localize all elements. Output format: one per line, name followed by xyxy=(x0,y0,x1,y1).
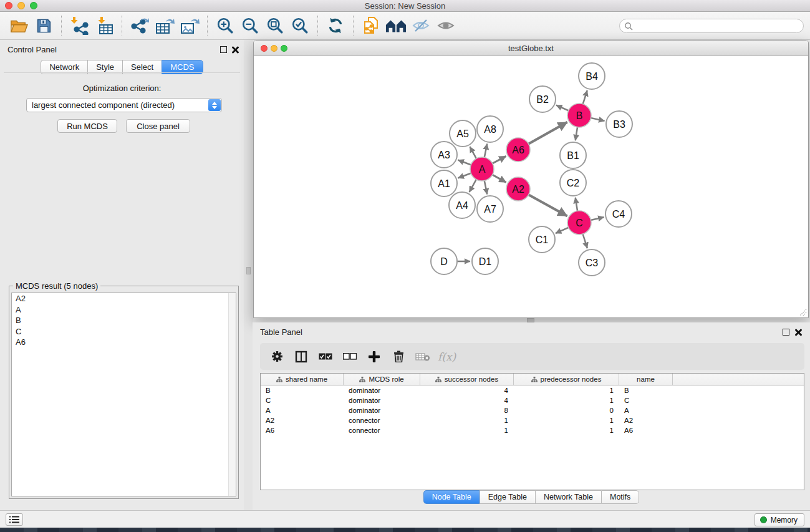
node-label-A8: A8 xyxy=(484,124,496,135)
table-cell[interactable]: 4 xyxy=(420,385,514,395)
table-cell[interactable]: B xyxy=(261,385,344,395)
mcds-result-item[interactable]: A6 xyxy=(12,337,236,348)
delete-table-button[interactable] xyxy=(413,347,432,366)
float-panel-icon[interactable] xyxy=(220,46,227,53)
export-image-button[interactable] xyxy=(179,15,200,36)
close-panel-icon[interactable] xyxy=(231,46,239,54)
mcds-result-item[interactable]: B xyxy=(12,315,236,326)
resize-grip-icon[interactable] xyxy=(799,308,808,317)
node-label-B1: B1 xyxy=(567,150,579,161)
tab-motifs[interactable]: Motifs xyxy=(601,490,639,504)
table-cell[interactable]: 1 xyxy=(420,415,514,425)
show-all-button[interactable] xyxy=(435,15,456,36)
tab-edge-table[interactable]: Edge Table xyxy=(480,490,535,504)
table-cell[interactable]: 1 xyxy=(514,395,619,405)
network-window-titlebar[interactable]: testGlobe.txt xyxy=(254,41,808,56)
table-settings-button[interactable] xyxy=(268,347,286,366)
memory-button[interactable]: Memory xyxy=(755,513,804,526)
tab-node-table[interactable]: Node Table xyxy=(423,490,480,504)
column-visibility-button[interactable] xyxy=(292,347,311,366)
table-row[interactable]: Cdominator41C xyxy=(261,395,804,405)
zoom-fit-button[interactable] xyxy=(264,15,286,36)
export-image-icon xyxy=(180,16,200,35)
table-cell[interactable]: C xyxy=(619,395,673,405)
table-cell[interactable]: 1 xyxy=(514,425,619,435)
table-cell[interactable]: connector xyxy=(344,415,420,425)
refresh-view-button[interactable] xyxy=(325,15,346,36)
close-panel-button[interactable]: Close panel xyxy=(126,119,190,133)
import-table-button[interactable] xyxy=(94,15,115,36)
import-network-button[interactable] xyxy=(69,15,90,36)
node-label-C4: C4 xyxy=(612,209,625,220)
hide-selected-button[interactable] xyxy=(410,15,432,36)
table-cell[interactable]: 1 xyxy=(514,385,619,395)
zoom-out-button[interactable] xyxy=(239,15,261,36)
select-all-rows-button[interactable] xyxy=(316,347,335,366)
toolbar-separator xyxy=(61,16,62,36)
split-divider-vertical[interactable] xyxy=(244,40,253,510)
delete-column-button[interactable] xyxy=(389,347,408,366)
float-panel-icon[interactable] xyxy=(783,329,789,336)
split-handle[interactable] xyxy=(246,267,251,274)
import-network-icon xyxy=(70,16,89,35)
table-cell[interactable]: dominator xyxy=(344,405,420,415)
search-input[interactable] xyxy=(635,21,803,32)
column-header-predecessor-nodes[interactable]: predecessor nodes xyxy=(514,374,619,385)
export-table-button[interactable] xyxy=(154,15,175,36)
save-session-button[interactable] xyxy=(33,15,54,36)
criterion-select[interactable]: largest connected component (directed) xyxy=(26,98,222,112)
close-panel-icon[interactable] xyxy=(794,329,802,336)
table-cell[interactable]: A6 xyxy=(619,425,673,435)
split-handle[interactable] xyxy=(527,318,534,322)
table-cell[interactable]: 1 xyxy=(420,425,514,435)
add-column-button[interactable] xyxy=(365,347,383,366)
table-row[interactable]: Bdominator41B xyxy=(261,385,804,395)
table-cell[interactable]: A6 xyxy=(261,425,344,435)
column-header-name[interactable]: name xyxy=(619,374,673,385)
run-mcds-button[interactable]: Run MCDS xyxy=(57,119,117,133)
network-canvas[interactable]: B4B2BB3A8A5A3A6B1AA1C2A2A4A7C4CC1C3DD1 xyxy=(254,57,808,317)
titlebar: Session: New Session xyxy=(0,0,810,12)
table-cell[interactable]: C xyxy=(261,395,344,405)
zoom-in-button[interactable] xyxy=(215,15,236,36)
table-cell[interactable]: A xyxy=(619,405,673,415)
table-cell[interactable]: B xyxy=(619,385,673,395)
open-folder-icon xyxy=(9,17,28,34)
search-field[interactable] xyxy=(619,19,804,33)
mcds-result-item[interactable]: A2 xyxy=(12,293,236,304)
table-cell[interactable]: A2 xyxy=(261,415,344,425)
zoom-selected-button[interactable] xyxy=(289,15,311,36)
task-history-button[interactable] xyxy=(6,513,23,526)
table-cell[interactable]: dominator xyxy=(344,385,420,395)
table-cell[interactable]: 8 xyxy=(420,405,514,415)
table-cell[interactable]: A2 xyxy=(619,415,673,425)
unselect-all-rows-button[interactable] xyxy=(340,347,359,366)
panel-divider xyxy=(4,72,240,73)
first-neighbors-button[interactable] xyxy=(385,15,407,36)
table-cell[interactable]: 4 xyxy=(420,395,514,405)
open-session-button[interactable] xyxy=(8,15,29,36)
attribute-icon xyxy=(531,377,538,382)
table-row[interactable]: Adominator80A xyxy=(261,405,804,415)
clone-network-icon xyxy=(362,16,380,35)
clone-network-button[interactable] xyxy=(360,15,382,36)
table-cell[interactable]: 0 xyxy=(514,405,619,415)
column-header-shared-name[interactable]: shared name xyxy=(261,374,344,385)
table-cell[interactable]: dominator xyxy=(344,395,420,405)
table-cell[interactable]: A xyxy=(261,405,344,415)
column-header-successor-nodes[interactable]: successor nodes xyxy=(420,374,514,385)
mcds-result-item[interactable]: C xyxy=(12,326,236,337)
node-label-B2: B2 xyxy=(536,94,549,105)
scrollbar-track[interactable] xyxy=(228,293,236,496)
table-cell[interactable]: 1 xyxy=(514,415,619,425)
mcds-result-item[interactable]: A xyxy=(12,304,236,316)
node-label-B4: B4 xyxy=(586,71,598,82)
function-builder-button[interactable]: f(x) xyxy=(438,347,456,366)
tab-network-table[interactable]: Network Table xyxy=(535,490,601,504)
node-label-D: D xyxy=(440,256,448,267)
export-network-button[interactable] xyxy=(129,15,150,36)
table-cell[interactable]: connector xyxy=(344,425,420,435)
column-header-MCDS-role[interactable]: MCDS role xyxy=(344,374,420,385)
table-row[interactable]: A2connector11A2 xyxy=(261,415,804,425)
table-row[interactable]: A6connector11A6 xyxy=(261,425,804,435)
